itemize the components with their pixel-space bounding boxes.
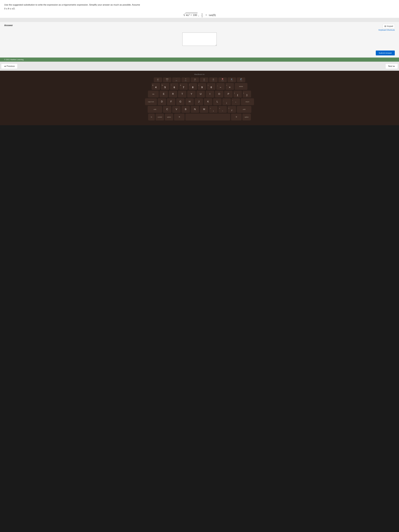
key-f7[interactable]: ⏮ F7 [191,77,199,82]
key-4[interactable]: $ 4 [152,83,160,90]
answer-header: Answer ⊞ Keypad Keyboard Shortcuts [4,24,395,31]
keypad-button-label: Keypad [387,25,393,27]
bottom-row: fn control option ⌘ ⌘ option [140,114,259,120]
key-6[interactable]: ^ 6 [170,83,178,90]
key-quote[interactable]: " ' [232,98,240,105]
key-fn[interactable]: fn [148,114,155,120]
key-f4-icon: ⊞⊞ [166,78,168,80]
next-button[interactable]: Next ► [385,63,398,69]
tab-icon: tab [152,93,154,95]
math-expression: √ 4x² + 100 , x 5 = tan(θ) [4,13,395,18]
key-f5[interactable]: ⋯ F5 [172,77,181,82]
key-y[interactable]: Y [187,91,196,97]
key-f6-icon: ✶ [185,78,186,80]
key-delete[interactable]: delete [235,83,247,90]
key-f8-icon: ⏯ [203,78,205,80]
key-f5-icon: ⋯ [176,78,177,80]
sqrt-symbol: √ [183,13,185,17]
key-f12[interactable]: 🔊 F12 [237,77,245,82]
key-b[interactable]: B [181,106,190,113]
key-9[interactable]: ( 9 [198,83,206,90]
key-minus[interactable]: _ − [216,83,225,90]
key-equals[interactable]: + = [226,83,234,90]
key-bracket-left[interactable]: { [ [233,91,242,97]
key-f11-icon: 🔉 [231,78,233,80]
instruction-text: Use the suggested substitution to write … [4,3,395,6]
key-k[interactable]: K [204,98,212,105]
nav-row: ◄ Previous Next ► [0,62,399,71]
key-comma[interactable]: < , [209,106,218,113]
key-c[interactable]: C [163,106,171,113]
key-semicolon[interactable]: : ; [222,98,231,105]
key-slash[interactable]: ? / [228,106,236,113]
key-shift-left[interactable]: shift [148,106,162,113]
key-8[interactable]: * 8 [189,83,197,90]
key-h[interactable]: H [185,98,194,105]
keyboard: go F3 ⊞⊞ F4 ⋯ F5 ✶ F6 ⏮ F7 ⏯ F8 [140,77,259,120]
key-u[interactable]: U [196,91,205,97]
return-label: return [246,101,249,102]
keyboard-shortcuts-link[interactable]: Keyboard Shortcuts [379,29,395,31]
zxcv-row: shift C V B N M < , > . [140,106,259,113]
key-j[interactable]: J [195,98,203,105]
key-o[interactable]: O [215,91,223,97]
qwerty-row: tab E R T Y U I O P [140,91,259,97]
key-f3-icon: go [157,78,159,80]
submit-answer-button[interactable]: Submit Answer [376,51,395,55]
fraction-numerator: x [201,13,203,15]
key-f10-icon: 🔇 [222,78,223,80]
fraction-x-over-5: x 5 [201,13,203,18]
key-option-right[interactable]: option [242,114,251,120]
key-return[interactable]: return [241,98,254,105]
equals-sign: = [205,13,207,17]
key-i[interactable]: I [206,91,214,97]
key-f6[interactable]: ✶ F6 [181,77,190,82]
key-space[interactable] [185,114,230,120]
keypad-icon: ⊞ [384,25,386,27]
key-tab[interactable]: tab [148,91,159,97]
key-f11[interactable]: 🔉 F11 [228,77,236,82]
tan-expression: tan(θ) [209,13,216,17]
key-e[interactable]: E [159,91,168,97]
keypad-button[interactable]: ⊞ Keypad [383,24,395,28]
caps-label: caps lock [148,101,154,102]
constraint-text: 0 ≤ θ ≤ π/2. [4,7,395,10]
key-ctrl[interactable]: control [156,114,164,120]
key-m[interactable]: M [200,106,208,113]
key-f10[interactable]: 🔇 F10 [218,77,227,82]
key-5[interactable]: % 5 [161,83,169,90]
key-n[interactable]: N [191,106,199,113]
key-f4[interactable]: ⊞⊞ F4 [163,77,171,82]
key-v[interactable]: V [172,106,181,113]
key-command-left[interactable]: ⌘ [174,114,185,120]
key-l[interactable]: L [213,98,222,105]
key-0[interactable]: ) 0 [207,83,215,90]
comma-after-sqrt: , [198,13,200,17]
sqrt-expression: √ 4x² + 100 [183,13,197,17]
key-caps[interactable]: caps lock [145,98,157,105]
copyright-text: © 2021 Hawkes Learning [4,59,24,61]
key-f3[interactable]: go F3 [154,77,162,82]
shift-label: shift [154,109,156,110]
key-t[interactable]: T [178,91,186,97]
key-f8[interactable]: ⏯ F8 [200,77,208,82]
answer-input[interactable] [182,33,217,46]
answer-label: Answer [4,24,13,27]
key-f9[interactable]: ⏭ F9 [209,77,218,82]
key-option-left[interactable]: option [165,114,173,120]
key-shift-right[interactable]: shift [237,106,251,113]
key-period[interactable]: > . [218,106,227,113]
key-r[interactable]: R [169,91,177,97]
question-area: Use the suggested substitution to write … [0,0,399,18]
key-f7-icon: ⏮ [194,78,196,80]
answer-section: Answer ⊞ Keypad Keyboard Shortcuts [0,22,399,48]
key-command-right[interactable]: ⌘ [231,114,242,120]
key-bracket-right[interactable]: } ] [243,91,251,97]
submit-row: Submit Answer [0,48,399,57]
key-g[interactable]: G [176,98,185,105]
key-d[interactable]: D [158,98,166,105]
key-f[interactable]: F [167,98,175,105]
previous-button[interactable]: ◄ Previous [1,63,18,69]
key-p[interactable]: P [224,91,233,97]
key-7[interactable]: & 7 [179,83,188,90]
